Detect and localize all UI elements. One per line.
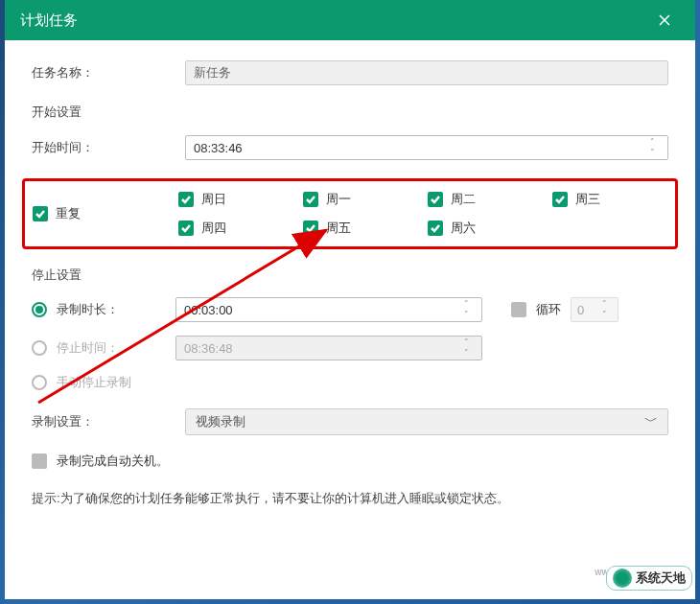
day-wednesday[interactable]: 周三 bbox=[552, 191, 667, 208]
checkmark-icon bbox=[554, 194, 566, 205]
manual-stop-option[interactable]: 手动停止录制 bbox=[32, 374, 175, 391]
checkmark-icon bbox=[180, 222, 192, 234]
spinner-arrows: ˄ ˅ bbox=[650, 138, 664, 157]
close-icon bbox=[657, 12, 672, 28]
start-time-row: 开始时间： 08:33:46 ˄ ˅ bbox=[32, 134, 668, 161]
day-monday[interactable]: 周一 bbox=[303, 191, 418, 208]
stop-time-label: 停止时间： bbox=[57, 339, 119, 357]
loop-section: 循环 0 ˄ ˅ bbox=[511, 297, 618, 322]
manual-stop-radio[interactable] bbox=[32, 375, 47, 390]
repeat-toggle[interactable]: 重复 bbox=[33, 205, 178, 222]
watermark-text: 系统天地 bbox=[636, 569, 686, 587]
day-label: 周六 bbox=[451, 220, 476, 237]
titlebar: 计划任务 bbox=[5, 0, 695, 40]
stop-time-value: 08:36:48 bbox=[184, 341, 233, 356]
loop-label: 循环 bbox=[536, 301, 561, 318]
day-checkbox[interactable] bbox=[178, 221, 194, 236]
dialog-title: 计划任务 bbox=[20, 12, 649, 30]
stop-section-header: 停止设置 bbox=[32, 267, 668, 284]
task-name-row: 任务名称： bbox=[32, 59, 668, 86]
chevron-up-icon[interactable]: ˄ bbox=[464, 338, 478, 347]
day-checkbox[interactable] bbox=[428, 221, 443, 236]
chevron-up-icon[interactable]: ˄ bbox=[464, 300, 478, 309]
day-label: 周五 bbox=[326, 220, 351, 237]
start-time-value: 08:33:46 bbox=[194, 141, 243, 155]
stop-time-row: 停止时间： 08:36:48 ˄ ˅ bbox=[32, 336, 668, 360]
repeat-checkbox[interactable] bbox=[33, 206, 48, 221]
auto-shutdown-label: 录制完成自动关机。 bbox=[57, 453, 169, 470]
duration-label: 录制时长： bbox=[57, 301, 119, 318]
duration-row: 录制时长： 00:03:00 ˄ ˅ 循环 0 ˄ ˅ bbox=[32, 297, 668, 322]
hint-text: 提示:为了确保您的计划任务能够正常执行，请不要让你的计算机进入睡眠或锁定状态。 bbox=[32, 489, 668, 509]
repeat-label: 重复 bbox=[56, 205, 81, 222]
repeat-row: 重复 周日 周一 周二 bbox=[33, 191, 667, 237]
day-label: 周三 bbox=[575, 191, 600, 208]
checkmark-icon bbox=[305, 194, 316, 205]
chevron-down-icon: ﹀ bbox=[644, 413, 658, 430]
record-settings-label: 录制设置： bbox=[32, 413, 185, 430]
task-name-label: 任务名称： bbox=[32, 64, 185, 81]
duration-input[interactable]: 00:03:00 ˄ ˅ bbox=[175, 297, 482, 322]
day-checkbox[interactable] bbox=[303, 221, 318, 236]
task-name-input[interactable] bbox=[185, 60, 668, 85]
day-sunday[interactable]: 周日 bbox=[178, 191, 293, 208]
start-time-label: 开始时间： bbox=[32, 139, 185, 156]
stop-time-radio[interactable] bbox=[32, 340, 47, 356]
chevron-down-icon[interactable]: ˅ bbox=[464, 311, 478, 319]
record-settings-row: 录制设置： 视频录制 ﹀ bbox=[32, 408, 668, 435]
chevron-up-icon[interactable]: ˄ bbox=[650, 138, 664, 147]
watermark-logo: 系统天地 bbox=[606, 566, 692, 591]
loop-count-input[interactable]: 0 ˄ ˅ bbox=[571, 297, 618, 322]
repeat-section-highlighted: 重复 周日 周一 周二 bbox=[22, 178, 678, 249]
stop-time-option[interactable]: 停止时间： bbox=[32, 339, 175, 357]
day-label: 周一 bbox=[326, 191, 351, 208]
day-checkbox[interactable] bbox=[552, 192, 568, 207]
spinner-arrows: ˄ ˅ bbox=[602, 300, 616, 319]
duration-value: 00:03:00 bbox=[184, 303, 233, 317]
chevron-down-icon[interactable]: ˅ bbox=[650, 149, 664, 157]
start-time-input[interactable]: 08:33:46 ˄ ˅ bbox=[185, 135, 668, 160]
start-section-header: 开始设置 bbox=[32, 104, 668, 121]
day-label: 周日 bbox=[201, 191, 226, 208]
days-grid: 周日 周一 周二 周三 bbox=[178, 191, 667, 237]
loop-checkbox[interactable] bbox=[511, 302, 526, 317]
chevron-down-icon[interactable]: ˅ bbox=[464, 349, 478, 358]
spinner-arrows: ˄ ˅ bbox=[464, 338, 478, 358]
auto-shutdown-row[interactable]: 录制完成自动关机。 bbox=[32, 453, 668, 470]
stop-time-input[interactable]: 08:36:48 ˄ ˅ bbox=[175, 336, 482, 360]
loop-count-value: 0 bbox=[577, 303, 584, 317]
chevron-up-icon[interactable]: ˄ bbox=[602, 300, 616, 309]
checkmark-icon bbox=[430, 222, 441, 234]
checkmark-icon bbox=[180, 194, 192, 205]
logo-icon bbox=[613, 569, 632, 588]
checkmark-icon bbox=[430, 194, 441, 205]
day-saturday[interactable]: 周六 bbox=[428, 220, 543, 237]
dialog-content: 任务名称： 开始设置 开始时间： 08:33:46 ˄ ˅ 重复 bbox=[5, 40, 695, 599]
close-button[interactable] bbox=[649, 5, 680, 35]
day-friday[interactable]: 周五 bbox=[303, 220, 418, 237]
duration-option[interactable]: 录制时长： bbox=[32, 301, 175, 318]
day-label: 周四 bbox=[201, 220, 226, 237]
chevron-down-icon[interactable]: ˅ bbox=[602, 311, 616, 319]
dialog: 计划任务 任务名称： 开始设置 开始时间： 08:33:46 ˄ ˅ bbox=[5, 0, 695, 599]
day-thursday[interactable]: 周四 bbox=[178, 220, 293, 237]
manual-stop-label: 手动停止录制 bbox=[57, 374, 131, 391]
duration-radio[interactable] bbox=[32, 302, 47, 317]
day-label: 周二 bbox=[451, 191, 476, 208]
day-checkbox[interactable] bbox=[428, 192, 443, 207]
record-settings-select[interactable]: 视频录制 ﹀ bbox=[185, 408, 668, 435]
checkmark-icon bbox=[305, 222, 316, 234]
manual-stop-row: 手动停止录制 bbox=[32, 374, 668, 391]
auto-shutdown-checkbox[interactable] bbox=[32, 453, 47, 469]
checkmark-icon bbox=[35, 208, 46, 220]
day-checkbox[interactable] bbox=[178, 192, 194, 207]
record-settings-value: 视频录制 bbox=[196, 413, 245, 430]
day-checkbox[interactable] bbox=[303, 192, 318, 207]
day-tuesday[interactable]: 周二 bbox=[428, 191, 543, 208]
spinner-arrows: ˄ ˅ bbox=[464, 300, 478, 319]
